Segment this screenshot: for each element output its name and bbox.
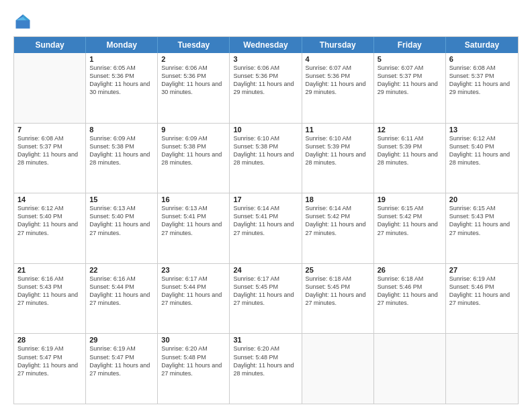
cal-cell: 11Sunrise: 6:10 AMSunset: 5:39 PMDayligh… [302, 124, 374, 193]
cell-info: Sunrise: 6:12 AMSunset: 5:40 PMDaylight:… [17, 204, 82, 237]
day-number: 26 [378, 266, 442, 274]
day-number: 6 [449, 55, 515, 63]
day-number: 7 [17, 126, 82, 134]
day-number: 2 [161, 55, 226, 63]
cell-info: Sunrise: 6:19 AMSunset: 5:46 PMDaylight:… [449, 275, 515, 308]
day-number: 16 [161, 195, 226, 203]
cell-info: Sunrise: 6:11 AMSunset: 5:39 PMDaylight:… [378, 134, 442, 167]
day-number: 17 [233, 195, 298, 203]
cal-cell: 6Sunrise: 6:08 AMSunset: 5:37 PMDaylight… [446, 53, 518, 123]
cell-info: Sunrise: 6:17 AMSunset: 5:45 PMDaylight:… [233, 275, 298, 308]
day-number: 8 [89, 126, 154, 134]
cell-info: Sunrise: 6:13 AMSunset: 5:41 PMDaylight:… [161, 204, 226, 237]
day-number: 19 [378, 195, 442, 203]
cal-cell: 30Sunrise: 6:20 AMSunset: 5:48 PMDayligh… [158, 334, 230, 404]
cell-info: Sunrise: 6:10 AMSunset: 5:38 PMDaylight:… [233, 134, 298, 167]
cal-header-friday: Friday [374, 37, 446, 53]
cell-info: Sunrise: 6:06 AMSunset: 5:36 PMDaylight:… [233, 64, 298, 97]
cal-header-thursday: Thursday [302, 37, 374, 53]
cell-info: Sunrise: 6:19 AMSunset: 5:47 PMDaylight:… [89, 345, 154, 377]
cal-cell: 8Sunrise: 6:09 AMSunset: 5:38 PMDaylight… [86, 124, 158, 193]
cal-cell: 7Sunrise: 6:08 AMSunset: 5:37 PMDaylight… [14, 124, 86, 193]
cal-cell: 27Sunrise: 6:19 AMSunset: 5:46 PMDayligh… [446, 264, 518, 334]
cal-cell: 13Sunrise: 6:12 AMSunset: 5:40 PMDayligh… [446, 124, 518, 193]
cal-header-sunday: Sunday [14, 37, 86, 53]
day-number: 5 [378, 55, 442, 63]
cell-info: Sunrise: 6:09 AMSunset: 5:38 PMDaylight:… [89, 134, 154, 167]
cal-cell: 26Sunrise: 6:18 AMSunset: 5:46 PMDayligh… [374, 264, 446, 334]
cell-info: Sunrise: 6:15 AMSunset: 5:43 PMDaylight:… [449, 204, 515, 237]
cal-cell: 20Sunrise: 6:15 AMSunset: 5:43 PMDayligh… [446, 193, 518, 263]
day-number: 24 [233, 266, 298, 274]
day-number: 11 [306, 126, 370, 134]
cell-info: Sunrise: 6:16 AMSunset: 5:44 PMDaylight:… [89, 275, 154, 308]
cell-info: Sunrise: 6:16 AMSunset: 5:43 PMDaylight:… [17, 275, 82, 308]
cal-week-5: 28Sunrise: 6:19 AMSunset: 5:47 PMDayligh… [14, 334, 518, 404]
cell-info: Sunrise: 6:09 AMSunset: 5:38 PMDaylight:… [161, 134, 226, 167]
day-number: 29 [89, 336, 154, 344]
calendar-body: 1Sunrise: 6:05 AMSunset: 5:36 PMDaylight… [14, 53, 518, 404]
day-number: 28 [17, 336, 82, 344]
logo-icon [13, 12, 32, 31]
cal-header-saturday: Saturday [446, 37, 518, 53]
cell-info: Sunrise: 6:08 AMSunset: 5:37 PMDaylight:… [17, 134, 82, 167]
cal-cell: 29Sunrise: 6:19 AMSunset: 5:47 PMDayligh… [86, 334, 158, 404]
cell-info: Sunrise: 6:10 AMSunset: 5:39 PMDaylight:… [306, 134, 370, 167]
cal-cell: 9Sunrise: 6:09 AMSunset: 5:38 PMDaylight… [158, 124, 230, 193]
cell-info: Sunrise: 6:15 AMSunset: 5:42 PMDaylight:… [378, 204, 442, 237]
cal-week-4: 21Sunrise: 6:16 AMSunset: 5:43 PMDayligh… [14, 264, 518, 334]
day-number: 13 [449, 126, 515, 134]
cal-cell [14, 53, 86, 123]
day-number: 3 [233, 55, 298, 63]
cell-info: Sunrise: 6:20 AMSunset: 5:48 PMDaylight:… [233, 345, 298, 377]
cal-cell: 12Sunrise: 6:11 AMSunset: 5:39 PMDayligh… [374, 124, 446, 193]
cell-info: Sunrise: 6:08 AMSunset: 5:37 PMDaylight:… [449, 64, 515, 97]
cell-info: Sunrise: 6:07 AMSunset: 5:37 PMDaylight:… [378, 64, 442, 97]
cal-cell: 17Sunrise: 6:14 AMSunset: 5:41 PMDayligh… [230, 193, 302, 263]
cal-header-wednesday: Wednesday [230, 37, 302, 53]
cal-cell: 4Sunrise: 6:07 AMSunset: 5:36 PMDaylight… [302, 53, 374, 123]
cal-cell [374, 334, 446, 404]
cal-cell: 16Sunrise: 6:13 AMSunset: 5:41 PMDayligh… [158, 193, 230, 263]
cal-cell: 14Sunrise: 6:12 AMSunset: 5:40 PMDayligh… [14, 193, 86, 263]
cal-week-2: 7Sunrise: 6:08 AMSunset: 5:37 PMDaylight… [14, 124, 518, 194]
day-number: 18 [306, 195, 370, 203]
cal-cell [302, 334, 374, 404]
day-number: 20 [449, 195, 515, 203]
cal-cell: 3Sunrise: 6:06 AMSunset: 5:36 PMDaylight… [230, 53, 302, 123]
day-number: 23 [161, 266, 226, 274]
logo [13, 12, 35, 31]
cell-info: Sunrise: 6:20 AMSunset: 5:48 PMDaylight:… [161, 345, 226, 377]
cal-cell: 1Sunrise: 6:05 AMSunset: 5:36 PMDaylight… [86, 53, 158, 123]
cal-cell: 15Sunrise: 6:13 AMSunset: 5:40 PMDayligh… [86, 193, 158, 263]
cal-cell: 18Sunrise: 6:14 AMSunset: 5:42 PMDayligh… [302, 193, 374, 263]
cal-cell: 31Sunrise: 6:20 AMSunset: 5:48 PMDayligh… [230, 334, 302, 404]
day-number: 25 [306, 266, 370, 274]
cal-cell: 25Sunrise: 6:18 AMSunset: 5:45 PMDayligh… [302, 264, 374, 334]
header [13, 12, 519, 31]
cal-cell: 22Sunrise: 6:16 AMSunset: 5:44 PMDayligh… [86, 264, 158, 334]
cal-week-3: 14Sunrise: 6:12 AMSunset: 5:40 PMDayligh… [14, 193, 518, 264]
cell-info: Sunrise: 6:07 AMSunset: 5:36 PMDaylight:… [306, 64, 370, 97]
cell-info: Sunrise: 6:12 AMSunset: 5:40 PMDaylight:… [449, 134, 515, 167]
day-number: 12 [378, 126, 442, 134]
cal-cell: 2Sunrise: 6:06 AMSunset: 5:36 PMDaylight… [158, 53, 230, 123]
cal-cell: 23Sunrise: 6:17 AMSunset: 5:44 PMDayligh… [158, 264, 230, 334]
cell-info: Sunrise: 6:06 AMSunset: 5:36 PMDaylight:… [161, 64, 226, 97]
cell-info: Sunrise: 6:05 AMSunset: 5:36 PMDaylight:… [89, 64, 154, 97]
cal-cell: 5Sunrise: 6:07 AMSunset: 5:37 PMDaylight… [374, 53, 446, 123]
cal-cell: 19Sunrise: 6:15 AMSunset: 5:42 PMDayligh… [374, 193, 446, 263]
cal-cell [446, 334, 518, 404]
page: SundayMondayTuesdayWednesdayThursdayFrid… [0, 0, 532, 411]
calendar: SundayMondayTuesdayWednesdayThursdayFrid… [13, 36, 519, 404]
cell-info: Sunrise: 6:14 AMSunset: 5:41 PMDaylight:… [233, 204, 298, 237]
day-number: 15 [89, 195, 154, 203]
cal-cell: 10Sunrise: 6:10 AMSunset: 5:38 PMDayligh… [230, 124, 302, 193]
day-number: 9 [161, 126, 226, 134]
calendar-header-row: SundayMondayTuesdayWednesdayThursdayFrid… [14, 37, 518, 53]
day-number: 14 [17, 195, 82, 203]
day-number: 1 [89, 55, 154, 63]
cal-cell: 28Sunrise: 6:19 AMSunset: 5:47 PMDayligh… [14, 334, 86, 404]
cal-header-tuesday: Tuesday [158, 37, 230, 53]
cell-info: Sunrise: 6:19 AMSunset: 5:47 PMDaylight:… [17, 345, 82, 377]
